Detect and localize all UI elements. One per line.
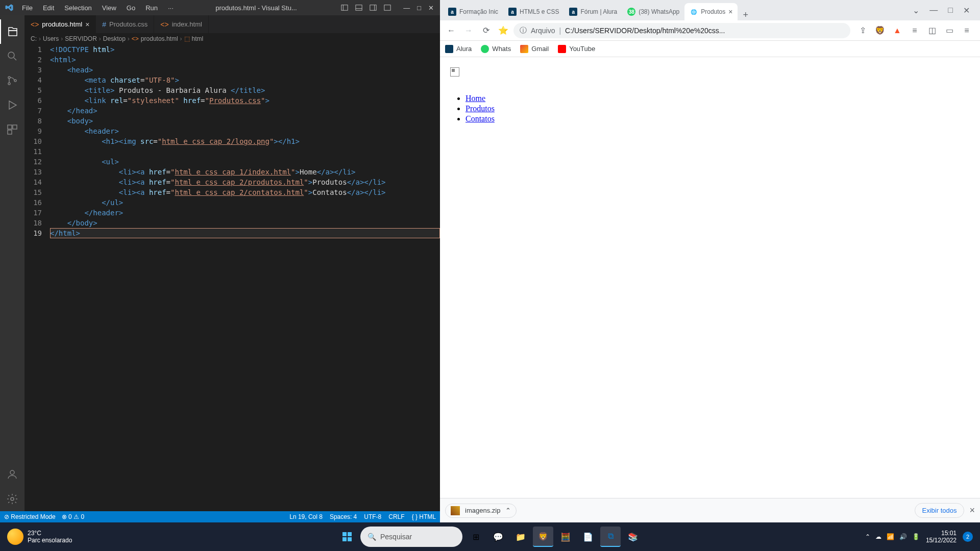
chevron-up-icon[interactable]: ⌃ [505,507,511,514]
panel-bottom-icon[interactable] [355,4,362,11]
bc-segment[interactable]: html [192,35,204,42]
tab-close-icon[interactable]: × [728,8,732,16]
battery-icon[interactable]: 🔋 [912,533,920,540]
account-icon[interactable] [0,462,24,487]
close-button[interactable]: ✕ [428,4,434,12]
search-icon[interactable] [0,44,24,68]
tab-produtos-css[interactable]: # Produtos.css [96,15,154,33]
brave-icon[interactable]: 🦁 [533,527,553,547]
code-editor[interactable]: 12345678910111213141516171819 <!DOCTYPE … [24,44,440,511]
panel-right-icon[interactable] [370,4,377,11]
teams-icon[interactable]: 💬 [488,527,508,547]
brave-shields-icon[interactable]: 🦁 [874,24,886,37]
bookmark-alura[interactable]: Alura [445,45,472,53]
settings-icon[interactable] [0,487,24,511]
show-all-downloads-button[interactable]: Exibir todos [915,503,965,518]
indentation[interactable]: Spaces: 4 [330,513,357,520]
address-bar[interactable]: ⓘ Arquivo | C:/Users/SERVIDOR/Desktop/ht… [513,23,850,38]
new-tab-button[interactable]: + [738,10,753,20]
link-produtos[interactable]: Produtos [465,104,495,113]
minimize-button[interactable]: — [403,4,410,12]
menu-run[interactable]: Run [141,2,162,14]
wallet-icon[interactable]: ▭ [943,24,955,37]
wifi-icon[interactable]: 📶 [887,533,894,540]
minimize-button[interactable]: — [929,6,938,15]
winrar-icon[interactable]: 📚 [623,527,643,547]
encoding[interactable]: UTF-8 [364,513,381,520]
tab-index-html[interactable]: <> index.html [154,15,209,33]
menu-selection[interactable]: Selection [60,2,95,14]
menu-view[interactable]: View [98,2,120,14]
reading-list-icon[interactable]: ≡ [909,24,921,37]
menu-more[interactable]: ··· [164,2,178,14]
browser-tab[interactable]: 38(38) WhatsApp [622,3,684,20]
clock[interactable]: 15:01 15/12/2022 [926,530,957,544]
dropdown-icon[interactable]: ⌄ [913,6,919,15]
tab-produtos-html[interactable]: <> produtos.html × [24,15,96,33]
layout-icon[interactable] [384,4,391,11]
extensions-icon[interactable] [0,117,24,142]
link-contatos[interactable]: Contatos [465,114,495,123]
maximize-button[interactable]: □ [948,6,953,15]
volume-icon[interactable]: 🔊 [899,533,907,540]
brave-rewards-icon[interactable]: ▲ [891,24,903,37]
site-info-icon[interactable]: ⓘ [520,26,527,35]
maximize-button[interactable]: □ [417,4,421,12]
explorer-icon[interactable]: 📁 [510,527,531,547]
link-home[interactable]: Home [465,94,485,103]
bookmark-youtube[interactable]: YouTube [558,45,595,53]
browser-tab-active[interactable]: 🌐Produtos× [684,3,738,20]
browser-tab[interactable]: aFormação Inic [443,3,503,20]
bc-segment[interactable]: C: [31,35,37,42]
css-file-icon: # [102,20,106,29]
close-downloads-icon[interactable]: × [969,505,975,516]
weather-widget[interactable]: 23°C Parc ensolarado [0,529,79,545]
cursor-position[interactable]: Ln 19, Col 8 [289,513,323,520]
menu-edit[interactable]: Edit [39,2,58,14]
reload-button[interactable]: ⟳ [479,23,493,38]
bookmark-gmail[interactable]: Gmail [520,45,549,53]
download-item[interactable]: imagens.zip ⌃ [445,504,517,518]
onedrive-icon[interactable]: ☁ [875,533,881,540]
close-button[interactable]: ✕ [963,6,970,15]
eol[interactable]: CRLF [388,513,404,520]
restricted-mode[interactable]: ⊘ Restricted Mode [4,513,56,520]
bc-segment[interactable]: produtos.html [141,35,178,42]
browser-tab[interactable]: aFórum | Alura [564,3,622,20]
menu-icon[interactable]: ≡ [961,24,973,37]
bc-segment[interactable]: Users [43,35,59,42]
source-control-icon[interactable] [0,68,24,93]
menu-go[interactable]: Go [122,2,139,14]
back-button[interactable]: ← [444,23,458,38]
explorer-icon[interactable] [0,19,24,44]
bc-segment[interactable]: Desktop [103,35,126,42]
code-content[interactable]: <!DOCTYPE html> <html> <head> <meta char… [50,44,440,511]
calculator-icon[interactable]: 🧮 [555,527,576,547]
language-mode[interactable]: { } HTML [412,513,436,520]
panel-left-icon[interactable] [341,4,348,11]
menu-file[interactable]: File [18,2,37,14]
notification-badge[interactable]: 2 [963,532,973,542]
bookmark-label: Gmail [531,45,549,53]
vscode-icon[interactable]: ⧉ [600,527,621,547]
tab-close-icon[interactable]: × [85,20,89,29]
bc-segment[interactable]: SERVIDOR [65,35,96,42]
breadcrumb[interactable]: C:› Users› SERVIDOR› Desktop› <> produto… [24,33,440,44]
search-placeholder: Pesquisar [380,533,412,541]
forward-button[interactable]: → [461,23,476,38]
list-item: Contatos [465,114,970,123]
bookmark-whats[interactable]: Whats [481,45,511,53]
problems[interactable]: ⊗ 0 ⚠ 0 [62,513,84,520]
notepad-icon[interactable]: 📄 [578,527,598,547]
start-button[interactable] [337,527,357,547]
tray-icons[interactable]: ⌃ ☁ 📶 🔊 🔋 [865,533,920,540]
sidebar-icon[interactable]: ◫ [926,24,938,37]
browser-tab[interactable]: aHTML5 e CSS [503,3,564,20]
chevron-up-icon[interactable]: ⌃ [865,533,870,540]
task-view-icon[interactable]: ⊞ [465,527,486,547]
share-icon[interactable]: ⇪ [856,24,869,37]
run-debug-icon[interactable] [0,93,24,117]
browser-window-controls: ⌄ — □ ✕ [905,0,977,20]
bookmark-button[interactable]: ⭐ [496,23,510,38]
taskbar-search[interactable]: 🔍 Pesquisar [360,527,462,547]
